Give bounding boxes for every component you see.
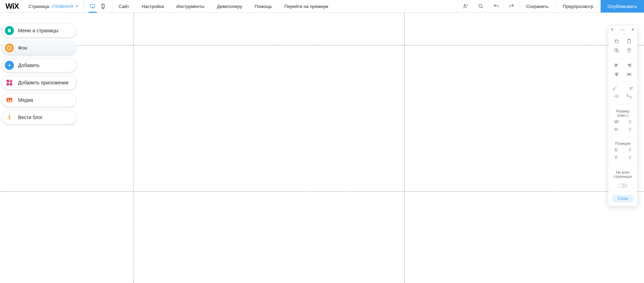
sidebar-item-pages[interactable]: Меню и страницы: [2, 24, 76, 38]
horizontal-guide: [0, 45, 644, 45]
main-menu: Сайт Настройка Инструменты Девелоперу По…: [112, 0, 334, 13]
save-button[interactable]: Сохранить: [519, 0, 556, 13]
inspector-panel: ? 0°: [608, 25, 638, 206]
rotate-icon[interactable]: [612, 86, 617, 91]
menu-settings[interactable]: Настройка: [135, 0, 170, 13]
svg-rect-26: [616, 40, 618, 43]
sidebar-item-add[interactable]: Добавить: [2, 58, 76, 72]
page-label: Страница:: [28, 4, 50, 9]
svg-point-20: [622, 29, 623, 30]
distribute-icon[interactable]: [626, 72, 632, 78]
publish-button[interactable]: Опубликовать: [600, 0, 644, 13]
top-bar: WiX Страница: ГЛАВНАЯ Сайт Настройка Инс…: [0, 0, 644, 13]
page-selector[interactable]: Страница: ГЛАВНАЯ: [24, 4, 83, 9]
left-toolbar: Меню и страницы Фон Добавить Добавить пр…: [2, 24, 76, 124]
width-value[interactable]: 0: [629, 119, 631, 124]
svg-point-21: [624, 29, 625, 30]
help-icon[interactable]: ?: [611, 28, 613, 32]
svg-point-19: [621, 29, 622, 30]
svg-rect-9: [8, 46, 11, 49]
chevron-down-icon: [75, 4, 79, 9]
menu-premium[interactable]: Перейти на премиум: [278, 0, 334, 13]
paste-icon[interactable]: [626, 39, 632, 45]
pages-icon: [5, 26, 14, 35]
svg-rect-37: [628, 74, 630, 75]
blog-icon: [5, 113, 14, 122]
align-center-icon[interactable]: [614, 72, 619, 78]
svg-rect-10: [7, 80, 9, 82]
top-right: Сохранить Предпросмотр Опубликовать: [458, 0, 644, 13]
flip-horizontal-icon[interactable]: [614, 93, 619, 100]
align-right-icon[interactable]: [626, 63, 632, 69]
vertical-guide: [404, 13, 405, 283]
svg-point-22: [620, 30, 621, 31]
vertical-guide: [134, 13, 134, 283]
editor-canvas[interactable]: [0, 13, 644, 283]
inspector-rotate-section: 0°: [608, 82, 637, 104]
x-value[interactable]: 0: [629, 148, 631, 152]
zoom-icon[interactable]: [473, 0, 488, 13]
sidebar-item-label: Фон: [18, 45, 27, 51]
sidebar-item-label: Меню и страницы: [18, 28, 58, 33]
close-icon[interactable]: [631, 28, 635, 32]
menu-tools[interactable]: Инструменты: [170, 0, 211, 13]
undo-icon[interactable]: [488, 0, 503, 13]
svg-point-24: [622, 30, 623, 31]
sidebar-item-apps[interactable]: Добавить приложения: [2, 76, 76, 90]
add-icon: [5, 61, 14, 70]
sidebar-item-label: Вести блог: [18, 115, 43, 120]
svg-rect-33: [628, 64, 630, 65]
inspector-size-section: Размер (пикс.) W: 0 H: 0: [608, 104, 637, 136]
media-icon: [5, 95, 14, 105]
sidebar-item-background[interactable]: Фон: [2, 41, 76, 55]
height-value[interactable]: 0: [629, 127, 631, 132]
account-icon[interactable]: [458, 0, 473, 13]
svg-rect-12: [7, 83, 9, 85]
menu-help[interactable]: Помощь: [248, 0, 278, 13]
svg-rect-36: [616, 75, 617, 75]
redo-icon[interactable]: [503, 0, 519, 13]
drag-handle-icon[interactable]: [620, 28, 625, 32]
svg-point-18: [620, 29, 621, 30]
inspector-head: ?: [608, 26, 637, 34]
duplicate-icon[interactable]: [614, 48, 619, 54]
svg-rect-15: [11, 80, 11, 81]
rotation-value[interactable]: 0°: [629, 86, 633, 91]
y-value[interactable]: 0: [629, 155, 631, 160]
device-tabs: [83, 0, 112, 13]
sidebar-item-label: Добавить: [18, 63, 40, 68]
all-pages-label: На всех страницах: [610, 167, 635, 181]
svg-point-17: [8, 99, 9, 100]
menu-site[interactable]: Сайт: [112, 0, 135, 13]
svg-rect-7: [9, 31, 10, 31]
inspector-position-section: Позиция X: 0 Y: 0: [608, 136, 637, 165]
position-heading: Позиция: [610, 139, 635, 146]
inspector-copy-section: [608, 34, 637, 58]
inspector-align-section: [608, 58, 637, 82]
layers-button[interactable]: Слои: [612, 195, 634, 202]
sidebar-item-blog[interactable]: Вести блог: [2, 110, 76, 124]
background-icon: [5, 43, 14, 52]
svg-rect-8: [9, 31, 10, 32]
align-left-icon[interactable]: [614, 63, 619, 69]
svg-rect-0: [91, 5, 95, 7]
svg-rect-6: [9, 30, 10, 30]
desktop-tab[interactable]: [90, 0, 95, 13]
copy-icon[interactable]: [614, 39, 619, 45]
menu-developer[interactable]: Девелоперу: [211, 0, 248, 13]
apps-icon: [5, 78, 14, 87]
svg-rect-32: [616, 66, 617, 66]
mobile-tab[interactable]: [100, 0, 106, 13]
page-name: ГЛАВНАЯ: [52, 4, 73, 9]
y-label: Y:: [615, 155, 618, 160]
size-heading: Размер (пикс.): [610, 107, 635, 118]
svg-rect-13: [10, 83, 12, 85]
svg-rect-35: [615, 73, 618, 74]
sidebar-item-label: Добавить приложения: [18, 80, 68, 85]
delete-icon[interactable]: [626, 48, 632, 54]
sidebar-item-media[interactable]: Медиа: [2, 93, 76, 107]
flip-vertical-icon[interactable]: [626, 93, 632, 100]
inspector-allpages-section: На всех страницах: [608, 165, 637, 191]
preview-button[interactable]: Предпросмотр: [556, 0, 600, 13]
all-pages-toggle[interactable]: [618, 183, 628, 188]
